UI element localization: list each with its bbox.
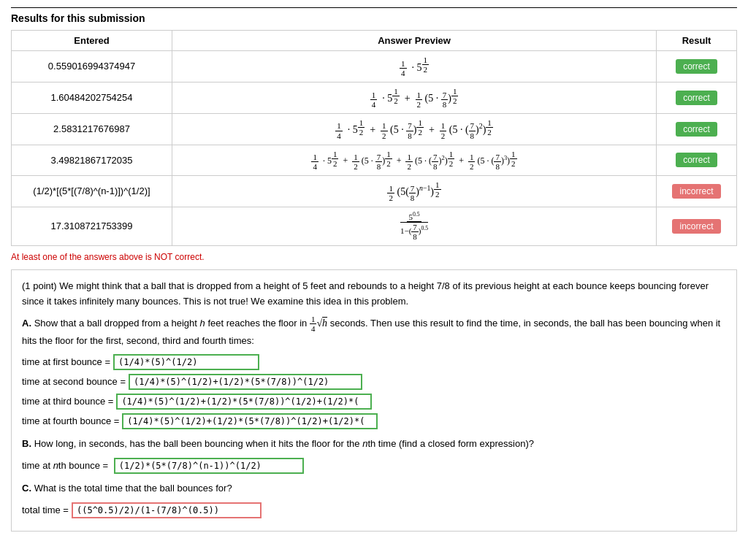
table-row: 1.60484202754254 14 · 512 + 12 (5 · 78)1… xyxy=(12,82,737,113)
part-b-label: B. xyxy=(22,438,31,449)
total-time-input[interactable] xyxy=(72,502,262,518)
entered-value: 17.3108721753399 xyxy=(12,207,172,245)
entered-value: (1/2)*[(5*[(7/8)^(n-1)])^(1/2)] xyxy=(12,175,172,207)
third-bounce-row: time at third bounce = xyxy=(22,394,726,410)
table-row: 0.559016994374947 14 · 512 correct xyxy=(12,51,737,83)
third-bounce-label: time at third bounce = xyxy=(22,394,113,410)
result-cell: correct xyxy=(657,145,737,175)
col-header-result: Result xyxy=(657,31,737,51)
answer-preview: 14 · 512 + 12 (5 · 78)12 + 12 (5 · (78)2… xyxy=(172,145,657,175)
result-cell: correct xyxy=(657,113,737,145)
table-row: 2.5831217676987 14 · 512 + 12 (5 · 78)12… xyxy=(12,113,737,145)
entered-value: 2.5831217676987 xyxy=(12,113,172,145)
fourth-bounce-label: time at fourth bounce = xyxy=(22,414,119,429)
problem-box: (1 point) We might think that a ball tha… xyxy=(11,269,737,532)
second-bounce-row: time at second bounce = xyxy=(22,374,726,390)
nth-bounce-label: time at nth bounce = xyxy=(22,459,111,474)
answer-preview: 14 · 512 + 12 (5 · 78)12 xyxy=(172,82,657,113)
first-bounce-row: time at first bounce = xyxy=(22,354,726,370)
part-b-section: B. How long, in seconds, has the ball be… xyxy=(22,437,726,452)
nth-bounce-row: time at nth bounce = xyxy=(22,458,726,474)
part-a-label: A. xyxy=(22,318,31,329)
col-header-entered: Entered xyxy=(12,31,172,51)
part-c-section: C. What is the total time that the ball … xyxy=(22,481,726,496)
first-bounce-input[interactable] xyxy=(113,354,259,370)
answer-preview: 14 · 512 xyxy=(172,51,657,83)
answer-preview: 12 (5(78)n−1)12 xyxy=(172,175,657,207)
result-cell: correct xyxy=(657,82,737,113)
table-row: (1/2)*[(5*[(7/8)^(n-1)])^(1/2)] 12 (5(78… xyxy=(12,175,737,207)
part-c-label: C. xyxy=(22,483,31,494)
warning-text: At least one of the answers above is NOT… xyxy=(11,252,737,262)
entered-value: 1.60484202754254 xyxy=(12,82,172,113)
page-title: Results for this submission xyxy=(11,7,737,24)
results-table: Entered Answer Preview Result 0.55901699… xyxy=(11,30,737,246)
nth-bounce-input[interactable] xyxy=(114,458,304,474)
result-cell: incorrect xyxy=(657,207,737,245)
result-cell: incorrect xyxy=(657,175,737,207)
fourth-bounce-row: time at fourth bounce = xyxy=(22,413,726,429)
entered-value: 0.559016994374947 xyxy=(12,51,172,83)
table-row: 3.49821867172035 14 · 512 + 12 (5 · 78)1… xyxy=(12,145,737,175)
entered-value: 3.49821867172035 xyxy=(12,145,172,175)
table-row: 17.3108721753399 50.5 1−(78)0.5 incorrec… xyxy=(12,207,737,245)
result-cell: correct xyxy=(657,51,737,83)
col-header-preview: Answer Preview xyxy=(172,31,657,51)
total-time-row: total time = xyxy=(22,502,726,518)
answer-preview: 14 · 512 + 12 (5 · 78)12 + 12 (5 · (78)2… xyxy=(172,113,657,145)
fourth-bounce-input[interactable] xyxy=(122,413,378,429)
answer-preview: 50.5 1−(78)0.5 xyxy=(172,207,657,245)
second-bounce-input[interactable] xyxy=(129,374,362,390)
intro-text: (1 point) We might think that a ball tha… xyxy=(22,279,726,310)
second-bounce-label: time at second bounce = xyxy=(22,375,126,390)
part-a-section: A. Show that a ball dropped from a heigh… xyxy=(22,315,726,348)
total-time-label: total time = xyxy=(22,503,69,518)
third-bounce-input[interactable] xyxy=(116,394,372,410)
first-bounce-label: time at first bounce = xyxy=(22,355,110,370)
